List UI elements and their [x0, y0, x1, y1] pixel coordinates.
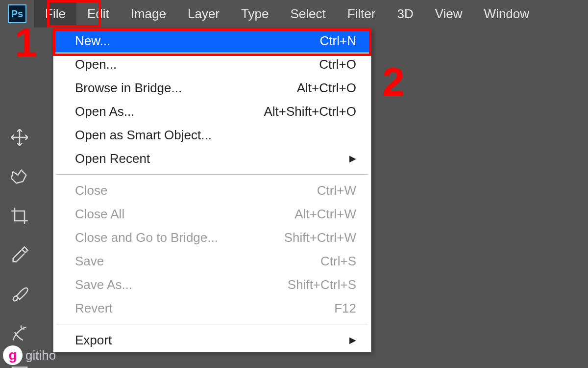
submenu-arrow-icon: ▶ — [349, 335, 356, 345]
menu-label: Type — [241, 6, 269, 22]
menu-filter[interactable]: Filter — [337, 0, 387, 27]
tools-panel — [5, 123, 39, 368]
menu-label: Layer — [188, 6, 220, 22]
menuitem-close-all[interactable]: Close All Alt+Ctrl+W — [53, 202, 371, 226]
watermark-icon: g — [3, 345, 23, 365]
menuitem-label: Open As... — [75, 104, 264, 119]
photoshop-icon: Ps — [8, 4, 26, 23]
menu-layer[interactable]: Layer — [177, 0, 230, 27]
healing-brush-icon — [10, 324, 29, 343]
menuitem-label: New... — [75, 33, 320, 49]
menu-label: Window — [484, 6, 529, 22]
menuitem-browse-bridge[interactable]: Browse in Bridge... Alt+Ctrl+O — [53, 76, 371, 100]
lasso-tool[interactable] — [5, 162, 34, 191]
menu-view[interactable]: View — [424, 0, 473, 27]
eyedropper-tool[interactable] — [5, 240, 34, 270]
menuitem-close[interactable]: Close Ctrl+W — [53, 179, 371, 202]
menuitem-shortcut: Alt+Ctrl+O — [297, 80, 356, 96]
menuitem-label: Open... — [75, 57, 319, 72]
menuitem-export[interactable]: Export ▶ — [53, 328, 371, 352]
menu-separator — [56, 324, 368, 324]
menu-label: Filter — [347, 6, 376, 22]
menu-edit[interactable]: Edit — [76, 0, 120, 27]
move-tool[interactable] — [5, 123, 34, 152]
lasso-icon — [10, 167, 29, 186]
menuitem-label: Open as Smart Object... — [75, 128, 356, 143]
watermark: g gitiho — [3, 345, 56, 365]
menuitem-label: Close and Go to Bridge... — [75, 230, 284, 245]
menu-label: View — [435, 6, 463, 22]
menuitem-label: Export — [75, 333, 345, 348]
menu-type[interactable]: Type — [230, 0, 279, 27]
menuitem-shortcut: Shift+Ctrl+W — [284, 230, 356, 245]
crop-icon — [10, 206, 29, 226]
menu-window[interactable]: Window — [473, 0, 540, 27]
menu-file[interactable]: File — [34, 0, 76, 27]
menu-label: Select — [290, 6, 325, 22]
menu-select[interactable]: Select — [279, 0, 336, 27]
submenu-arrow-icon: ▶ — [349, 153, 356, 164]
menuitem-open-as[interactable]: Open As... Alt+Shift+Ctrl+O — [53, 100, 371, 123]
crop-tool[interactable] — [5, 201, 34, 231]
menuitem-label: Open Recent — [75, 151, 345, 166]
menu-label: File — [45, 6, 66, 22]
menuitem-label: Revert — [75, 301, 334, 316]
menu-separator — [56, 174, 368, 175]
menu-image[interactable]: Image — [120, 0, 177, 27]
menuitem-shortcut: Alt+Ctrl+W — [294, 207, 356, 222]
menuitem-label: Save As... — [75, 277, 288, 292]
menu-label: Edit — [87, 6, 109, 22]
menuitem-label: Close All — [75, 207, 294, 222]
brush-tool[interactable] — [5, 280, 34, 309]
menuitem-shortcut: Ctrl+O — [319, 57, 356, 72]
menuitem-close-bridge[interactable]: Close and Go to Bridge... Shift+Ctrl+W — [53, 226, 371, 249]
annotation-number-2: 2 — [382, 59, 405, 105]
menu-label: Image — [131, 6, 166, 22]
menuitem-shortcut: Ctrl+S — [320, 254, 356, 269]
watermark-text: gitiho — [25, 348, 56, 363]
move-icon — [10, 128, 29, 147]
menuitem-open-smart[interactable]: Open as Smart Object... — [53, 123, 371, 147]
menuitem-open[interactable]: Open... Ctrl+O — [53, 53, 371, 76]
menuitem-revert[interactable]: Revert F12 — [53, 296, 371, 320]
menu-3d[interactable]: 3D — [386, 0, 424, 27]
menuitem-shortcut: Shift+Ctrl+S — [288, 277, 356, 292]
menuitem-save[interactable]: Save Ctrl+S — [53, 249, 371, 273]
menuitem-new[interactable]: New... Ctrl+N — [53, 29, 371, 53]
menuitem-open-recent[interactable]: Open Recent ▶ — [53, 147, 371, 170]
menuitem-shortcut: Ctrl+W — [317, 183, 356, 198]
menu-label: 3D — [397, 6, 413, 22]
brush-icon — [10, 285, 29, 304]
file-dropdown: New... Ctrl+N Open... Ctrl+O Browse in B… — [53, 28, 371, 352]
menuitem-label: Save — [75, 254, 320, 269]
menuitem-shortcut: Alt+Shift+Ctrl+O — [264, 104, 356, 119]
menu-bar: Ps File Edit Image Layer Type Select Fil… — [0, 0, 588, 27]
app-logo: Ps — [0, 4, 34, 23]
menuitem-save-as[interactable]: Save As... Shift+Ctrl+S — [53, 273, 371, 296]
menuitem-label: Close — [75, 183, 317, 198]
menuitem-label: Browse in Bridge... — [75, 80, 297, 96]
healing-brush-tool[interactable] — [5, 319, 34, 348]
menuitem-shortcut: F12 — [334, 301, 356, 316]
menuitem-shortcut: Ctrl+N — [320, 33, 356, 49]
eyedropper-icon — [10, 245, 29, 265]
